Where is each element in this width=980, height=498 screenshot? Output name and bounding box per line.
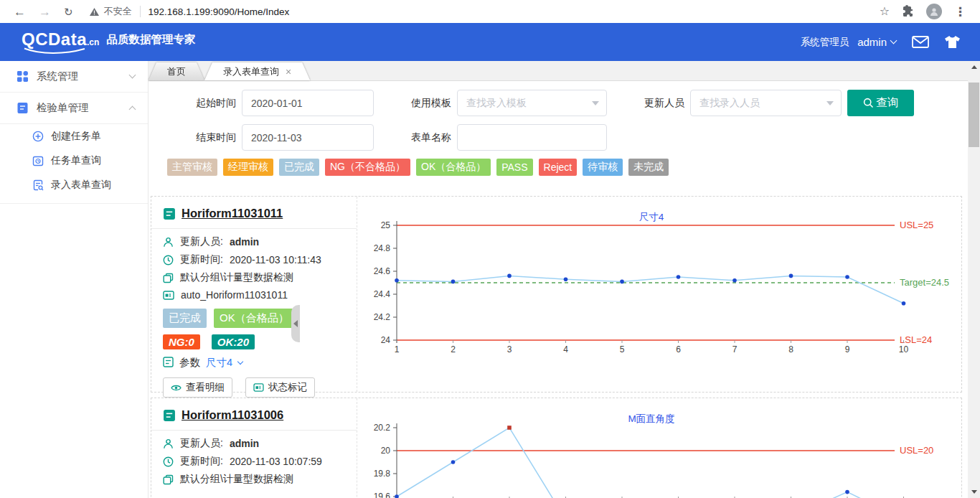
svg-text:25: 25 xyxy=(381,220,391,230)
url-bar[interactable]: 不安全 192.168.1.199:9090/Home/Index xyxy=(90,5,873,18)
spc-chart-area: USL=2020.22019.819.612345678910M面直角度 xyxy=(357,398,961,498)
status-legend: 主管审核 经理审核 已完成 NG（不合格品） OK（合格品） PASS Reje… xyxy=(149,159,980,176)
svg-text:20: 20 xyxy=(381,446,391,456)
tab-bar: 首页 录入表单查询 × xyxy=(149,61,980,81)
sidebar-group-system[interactable]: 系统管理 xyxy=(0,61,148,93)
template-select[interactable]: 查找录入模板 xyxy=(457,90,607,116)
param-selector[interactable]: 尺寸4 xyxy=(206,356,232,370)
browser-reload-icon[interactable]: ↻ xyxy=(57,6,80,17)
status-mark-label: 状态标记 xyxy=(268,381,307,394)
svg-text:1: 1 xyxy=(395,344,400,354)
browser-menu-icon[interactable]: ⋮ xyxy=(948,6,973,18)
scroll-down-button[interactable] xyxy=(968,486,980,498)
status-badge-manager-review[interactable]: 经理审核 xyxy=(223,159,273,176)
sidebar-item-create-task[interactable]: 创建任务单 xyxy=(0,124,148,149)
user-menu[interactable]: admin xyxy=(857,36,896,48)
page-scrollbar[interactable] xyxy=(968,61,980,498)
grid-icon xyxy=(17,70,29,83)
end-date-input[interactable] xyxy=(242,124,374,151)
status-tag-ok: OK（合格品） xyxy=(214,309,295,328)
collapse-left-icon xyxy=(293,320,298,327)
status-badge-ok[interactable]: OK（合格品） xyxy=(416,159,491,176)
result-card: Horiform11031006 更新人员: admin xyxy=(151,398,962,498)
tab-label: 首页 xyxy=(167,65,186,78)
sidebar-item-task-query[interactable]: 任务单查询 xyxy=(0,149,148,173)
status-badge-incomplete[interactable]: 未完成 xyxy=(628,159,669,176)
profile-avatar[interactable] xyxy=(926,4,942,19)
status-badge-reject[interactable]: Reject xyxy=(539,159,578,176)
browser-forward-icon[interactable]: → xyxy=(32,6,57,18)
mark-tag-icon xyxy=(253,383,264,392)
status-tags: 已完成 OK（合格品） xyxy=(163,309,345,328)
url-text[interactable]: 192.168.1.199:9090/Home/Index xyxy=(149,6,290,17)
svg-text:LSL=24: LSL=24 xyxy=(900,334,932,345)
search-button[interactable]: 查询 xyxy=(847,90,914,116)
scroll-up-button[interactable] xyxy=(968,61,980,73)
status-badge-ng[interactable]: NG（不合格品） xyxy=(325,159,410,176)
form-title-link[interactable]: Horiform11031011 xyxy=(163,205,345,220)
search-button-label: 查询 xyxy=(877,95,899,111)
form-name-input[interactable] xyxy=(457,124,607,151)
sidebar-group-label: 系统管理 xyxy=(37,70,122,83)
view-detail-button[interactable]: 查看明细 xyxy=(163,377,232,398)
clock-icon xyxy=(163,255,174,266)
svg-text:7: 7 xyxy=(732,344,738,354)
card-info-panel: Horiform11031006 更新人员: admin xyxy=(151,398,357,498)
mail-icon[interactable] xyxy=(912,36,929,48)
update-time-row: 更新时间: 2020-11-03 10:11:43 xyxy=(163,253,345,266)
bookmark-star-icon[interactable]: ☆ xyxy=(873,6,896,17)
clock-icon xyxy=(163,456,174,467)
status-badge-supervisor-review[interactable]: 主管审核 xyxy=(167,159,217,176)
svg-text:4: 4 xyxy=(563,344,568,354)
counters: NG:0 OK:20 xyxy=(163,334,345,349)
svg-text:8: 8 xyxy=(788,344,793,354)
filter-form: 起始时间 使用模板 查找录入模板 更新人员 查找录入人员 xyxy=(149,81,980,151)
theme-shirt-icon[interactable] xyxy=(945,36,960,48)
sidebar-item-label: 创建任务单 xyxy=(51,130,101,143)
chevron-down-icon xyxy=(129,72,136,79)
updater-row: 更新人员: admin xyxy=(163,437,345,450)
updater-value: admin xyxy=(230,438,259,449)
svg-text:Target=24.5: Target=24.5 xyxy=(900,277,949,288)
tab-home[interactable]: 首页 xyxy=(149,62,204,80)
chevron-down-icon xyxy=(237,358,243,364)
status-badge-pending-review[interactable]: 待审核 xyxy=(583,159,623,176)
browser-chrome: ← → ↻ 不安全 192.168.1.199:9090/Home/Index … xyxy=(0,0,980,23)
scrollbar-thumb[interactable] xyxy=(969,83,979,147)
updater-select[interactable]: 查找录入人员 xyxy=(690,90,842,116)
svg-text:24: 24 xyxy=(381,335,391,345)
updater-value: admin xyxy=(230,236,259,248)
security-label[interactable]: 不安全 xyxy=(104,5,132,18)
form-name-label: 表单名称 xyxy=(382,131,451,144)
divider xyxy=(151,430,357,431)
sidebar: 系统管理 检验单管理 创建任务单 xyxy=(0,61,149,498)
task-clock-icon xyxy=(32,155,44,166)
time-label: 更新时间: xyxy=(180,455,223,468)
sidebar-collapse-handle[interactable] xyxy=(291,305,300,342)
start-date-input[interactable] xyxy=(242,90,374,116)
browser-back-icon[interactable]: ← xyxy=(7,6,32,18)
extensions-icon[interactable] xyxy=(896,5,920,19)
tab-form-query[interactable]: 录入表单查询 × xyxy=(204,62,310,80)
insecure-warning-icon xyxy=(90,8,99,16)
divider xyxy=(151,228,357,229)
form-title-link[interactable]: Horiform11031006 xyxy=(163,407,345,422)
update-time-row: 更新时间: 2020-11-03 10:07:59 xyxy=(163,455,345,468)
chevron-up-icon xyxy=(129,106,136,113)
svg-text:19.6: 19.6 xyxy=(374,492,391,498)
updater-label: 更新人员: xyxy=(180,437,223,450)
status-badge-completed[interactable]: 已完成 xyxy=(279,159,319,176)
svg-text:24.8: 24.8 xyxy=(374,243,391,253)
status-badge-pass[interactable]: PASS xyxy=(496,159,532,176)
eye-icon xyxy=(171,384,182,392)
tab-close-icon[interactable]: × xyxy=(286,67,291,77)
time-value: 2020-11-03 10:07:59 xyxy=(230,456,322,467)
sidebar-group-inspection[interactable]: 检验单管理 xyxy=(0,93,148,124)
param-form-icon xyxy=(163,357,174,370)
app-logo[interactable]: QCData.cn 品质数据管理专家 xyxy=(22,31,195,54)
updater-row: 更新人员: admin xyxy=(163,235,345,248)
sidebar-item-form-query[interactable]: 录入表单查询 xyxy=(0,173,148,197)
time-label: 更新时间: xyxy=(180,253,223,266)
status-mark-button[interactable]: 状态标记 xyxy=(245,377,315,398)
form-doc-icon xyxy=(163,207,176,220)
